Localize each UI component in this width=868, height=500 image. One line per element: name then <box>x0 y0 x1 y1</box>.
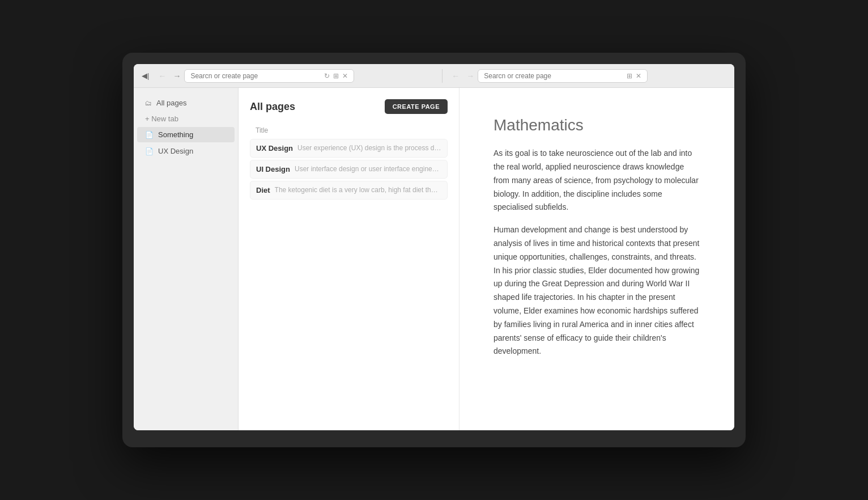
browser-chrome: ◀| ← → ↻ ⊞ ✕ ← → ⊞ ✕ <box>134 64 734 88</box>
tab-group-2: ← → ⊞ ✕ <box>448 69 730 83</box>
tab-group-1: ← → ↻ ⊞ ✕ <box>155 69 436 83</box>
page-row-title-0: UX Design <box>256 144 293 152</box>
sidebar-item-something[interactable]: 📄 Something <box>137 127 235 142</box>
table-column-title: Title <box>250 124 448 137</box>
search-input-1[interactable] <box>190 72 321 80</box>
sidebar: 🗂 All pages + New tab 📄 Something 📄 UX D… <box>134 88 239 430</box>
page-row-excerpt-1: User interface design or user interface … <box>295 165 441 173</box>
back-button-2[interactable]: ← <box>448 70 463 82</box>
pages-table: Title UX Design User experience (UX) des… <box>250 124 448 202</box>
sidebar-item-label-all-pages: All pages <box>156 99 186 107</box>
article-title: Mathematics <box>493 116 700 134</box>
back-button-1[interactable]: ← <box>155 70 169 82</box>
sidebar-new-tab[interactable]: + New tab <box>137 112 235 126</box>
sidebar-item-all-pages[interactable]: 🗂 All pages <box>137 95 235 111</box>
new-tab-icon-2[interactable]: ⊞ <box>627 72 632 80</box>
page-icon-ux-design: 📄 <box>145 147 154 155</box>
tab-divider <box>442 69 442 83</box>
pane-title: All pages <box>250 101 295 113</box>
main-area: 🗂 All pages + New tab 📄 Something 📄 UX D… <box>134 88 734 430</box>
new-tab-icon-1[interactable]: ⊞ <box>333 72 339 80</box>
article-paragraph-1: Human development and change is best und… <box>493 223 700 358</box>
page-row-title-2: Diet <box>256 186 270 194</box>
page-row[interactable]: UX Design User experience (UX) design is… <box>250 139 448 158</box>
address-bar-2[interactable]: ⊞ ✕ <box>478 69 648 83</box>
screen: ◀| ← → ↻ ⊞ ✕ ← → ⊞ ✕ <box>134 64 734 430</box>
sidebar-item-ux-design[interactable]: 📄 UX Design <box>137 143 235 159</box>
forward-button-2[interactable]: → <box>463 70 478 82</box>
laptop-shell: ◀| ← → ↻ ⊞ ✕ ← → ⊞ ✕ <box>122 53 746 447</box>
close-icon-2[interactable]: ✕ <box>636 72 641 80</box>
left-pane: All pages CREATE PAGE Title UX Design Us… <box>239 88 459 430</box>
sidebar-item-label-ux-design: UX Design <box>158 147 193 155</box>
address-bar-1[interactable]: ↻ ⊞ ✕ <box>184 69 354 83</box>
right-pane: Mathematics As its goal is to take neuro… <box>459 88 734 430</box>
refresh-icon-1[interactable]: ↻ <box>324 72 330 80</box>
pane-header: All pages CREATE PAGE <box>250 99 448 114</box>
article-paragraph-0: As its goal is to take neuroscience out … <box>493 147 700 214</box>
page-row-excerpt-0: User experience (UX) design is the proce… <box>297 144 441 152</box>
page-row-excerpt-2: The ketogenic diet is a very low carb, h… <box>275 186 441 194</box>
page-row[interactable]: UI Design User interface design or user … <box>250 160 448 179</box>
create-page-button[interactable]: CREATE PAGE <box>385 99 448 114</box>
page-row[interactable]: Diet The ketogenic diet is a very low ca… <box>250 181 448 200</box>
collapse-sidebar-button[interactable]: ◀| <box>138 69 152 82</box>
search-input-2[interactable] <box>484 72 623 80</box>
article-body: As its goal is to take neuroscience out … <box>493 147 700 358</box>
sidebar-new-tab-label: + New tab <box>145 115 178 123</box>
page-row-title-1: UI Design <box>256 165 290 173</box>
close-icon-1[interactable]: ✕ <box>342 72 348 80</box>
folder-icon: 🗂 <box>145 99 152 107</box>
sidebar-item-label-something: Something <box>158 130 193 139</box>
forward-button-1[interactable]: → <box>169 70 184 82</box>
page-icon-something: 📄 <box>145 131 154 139</box>
